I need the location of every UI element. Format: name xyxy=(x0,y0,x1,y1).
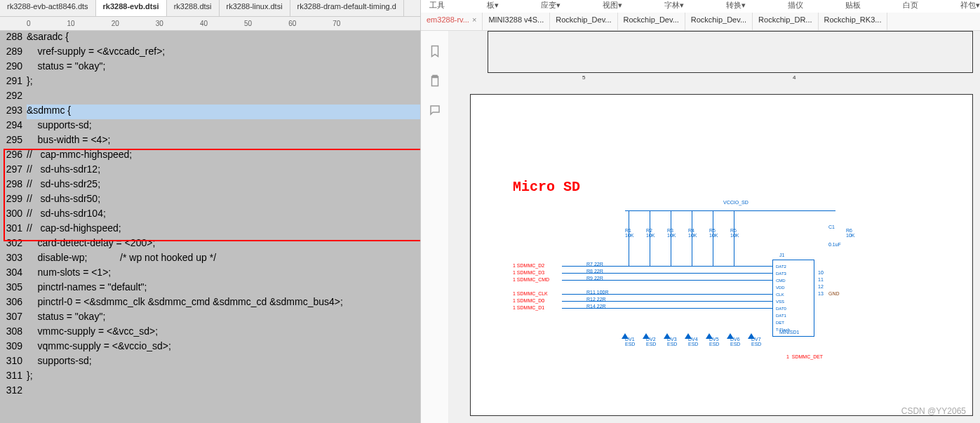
code-line-311[interactable]: 311}; xyxy=(0,370,420,384)
line-number: 289 xyxy=(0,46,27,60)
line-text: card-detect-delay = <200>; xyxy=(27,237,420,252)
net-SDMMC_CLK: 1 SDMMC_CLK xyxy=(513,291,548,296)
line-text xyxy=(27,90,420,105)
line-text: supports-sd; xyxy=(27,355,420,370)
pullup-R4: R410K xyxy=(688,228,702,238)
cap-val: 0.1uF xyxy=(828,242,841,247)
menu-item-0[interactable]: 工具 xyxy=(429,0,445,13)
menu-item-4[interactable]: 字林▾ xyxy=(664,0,684,13)
editor-ruler: 010203040506070 xyxy=(0,17,420,31)
close-icon[interactable]: × xyxy=(472,15,476,24)
line-text: &sdmmc { xyxy=(27,105,420,119)
frame-num-4: 4 xyxy=(793,74,796,81)
menu-item-7[interactable]: 贴板 xyxy=(845,0,861,13)
pdf-tab-1[interactable]: MINI3288 v4S... xyxy=(483,13,550,30)
code-line-295[interactable]: 295 bus-width = <4>; xyxy=(0,134,420,149)
code-line-304[interactable]: 304 num-slots = <1>; xyxy=(0,267,420,281)
line-text: pinctrl-names = "default"; xyxy=(27,281,420,296)
ruler-mark: 50 xyxy=(244,20,252,27)
code-line-297[interactable]: 297// sd-uhs-sdr12; xyxy=(0,163,420,178)
line-text: bus-width = <4>; xyxy=(27,134,420,149)
menu-item-9[interactable]: 祥包▾ xyxy=(960,0,980,13)
resistor-R11: R11 100R xyxy=(586,290,609,295)
pdf-content[interactable]: 5 4 Micro SD VCCIO_SD 1 SDMMC_D21 SDMMC_… xyxy=(449,31,980,423)
bookmark-icon[interactable] xyxy=(429,45,441,58)
menu-item-5[interactable]: 转换▾ xyxy=(726,0,746,13)
chat-icon[interactable] xyxy=(429,104,441,116)
pdf-tab-4[interactable]: Rockchip_Dev... xyxy=(685,13,753,30)
code-line-305[interactable]: 305 pinctrl-names = "default"; xyxy=(0,281,420,296)
code-line-289[interactable]: 289 vref-supply = <&vccadc_ref>; xyxy=(0,46,420,60)
pdf-tab-5[interactable]: Rockchip_DR... xyxy=(753,13,818,30)
code-line-302[interactable]: 302 card-detect-delay = <200>; xyxy=(0,237,420,252)
code-line-300[interactable]: 300// sd-uhs-sdr104; xyxy=(0,208,420,222)
ruler-mark: 30 xyxy=(156,20,163,27)
esd-symbol xyxy=(748,333,755,339)
wire xyxy=(629,210,629,267)
pullup-R1: R110K xyxy=(625,228,639,238)
pin-DAT3: DAT3 xyxy=(776,270,811,277)
code-line-310[interactable]: 310 supports-sd; xyxy=(0,355,420,370)
clipboard-icon[interactable] xyxy=(429,74,441,87)
code-line-299[interactable]: 299// sd-uhs-sdr50; xyxy=(0,193,420,208)
wire xyxy=(713,210,713,267)
line-number: 308 xyxy=(0,325,27,340)
code-line-294[interactable]: 294 supports-sd; xyxy=(0,119,420,134)
cap-ref: C1 xyxy=(828,224,835,229)
code-line-298[interactable]: 298// sd-uhs-sdr25; xyxy=(0,178,420,193)
pdf-tab-6[interactable]: Rockchip_RK3... xyxy=(819,13,888,30)
pdf-tab-3[interactable]: Rockchip_Dev... xyxy=(618,13,685,30)
code-line-290[interactable]: 290 status = "okay"; xyxy=(0,60,420,75)
line-text: vref-supply = <&vccadc_ref>; xyxy=(27,46,420,60)
editor-tab-4[interactable]: rk3288-dram-default-timing.d xyxy=(290,0,404,16)
code-line-307[interactable]: 307 status = "okay"; xyxy=(0,311,420,325)
editor-tab-2[interactable]: rk3288.dtsi xyxy=(167,0,220,16)
menu-item-6[interactable]: 描仪 xyxy=(788,0,803,13)
menu-item-1[interactable]: 板▾ xyxy=(487,0,499,13)
code-line-288[interactable]: 288&saradc { xyxy=(0,31,420,46)
resistor-R8: R8 22R xyxy=(586,269,603,274)
code-line-296[interactable]: 296// cap-mmc-highspeed; xyxy=(0,149,420,163)
editor-tab-1[interactable]: rk3288-evb.dtsi xyxy=(96,0,167,16)
code-line-292[interactable]: 292 xyxy=(0,90,420,105)
pin-CLK: CLK xyxy=(776,291,811,298)
menu-item-3[interactable]: 视图▾ xyxy=(603,0,622,13)
pdf-body: ▶ 5 4 Micro SD VCCIO_SD 1 SDMMC_D21 SDMM… xyxy=(421,31,980,423)
esd-symbol xyxy=(643,333,650,339)
pin-right-12: 12 xyxy=(818,284,824,289)
power-label: VCCIO_SD xyxy=(723,200,749,205)
code-area[interactable]: 288&saradc {289 vref-supply = <&vccadc_r… xyxy=(0,31,420,423)
code-line-303[interactable]: 303 disable-wp; /* wp not hooked up */ xyxy=(0,252,420,267)
code-line-312[interactable]: 312 xyxy=(0,384,420,399)
code-line-301[interactable]: 301// cap-sd-highspeed; xyxy=(0,222,420,237)
line-number: 306 xyxy=(0,296,27,311)
pullup-R6-far: R610K xyxy=(846,228,854,238)
code-line-309[interactable]: 309 vqmmc-supply = <&vccio_sd>; xyxy=(0,340,420,355)
pin-VSS: VSS xyxy=(776,298,811,305)
editor-tab-3[interactable]: rk3288-linux.dtsi xyxy=(220,0,290,16)
code-line-308[interactable]: 308 vmmc-supply = <&vcc_sd>; xyxy=(0,325,420,340)
conn-ref: J1 xyxy=(779,253,784,257)
line-number: 290 xyxy=(0,60,27,75)
line-text: // sd-uhs-sdr50; xyxy=(27,193,420,208)
conn-desig: MINISD1 xyxy=(779,330,799,335)
line-number: 299 xyxy=(0,193,27,208)
code-line-306[interactable]: 306 pinctrl-0 = <&sdmmc_clk &sdmmc_cmd &… xyxy=(0,296,420,311)
menu-item-8[interactable]: 白页 xyxy=(903,0,918,13)
pdf-tab-0[interactable]: em3288-rv...× xyxy=(421,13,483,30)
pdf-tab-2[interactable]: Rockchip_Dev... xyxy=(550,13,617,30)
line-number: 312 xyxy=(0,384,27,399)
code-line-291[interactable]: 291}; xyxy=(0,75,420,90)
code-line-293[interactable]: 293&sdmmc { xyxy=(0,105,420,119)
line-number: 293 xyxy=(0,105,27,119)
resistor-R7: R7 22R xyxy=(586,262,603,267)
pin-DAT0: DAT0 xyxy=(776,305,811,312)
menu-item-2[interactable]: 应变▾ xyxy=(541,0,561,13)
wire xyxy=(734,210,734,267)
line-number: 295 xyxy=(0,134,27,149)
line-text: vqmmc-supply = <&vccio_sd>; xyxy=(27,340,420,355)
resistor-R12: R12 22R xyxy=(586,297,606,302)
editor-tab-0[interactable]: rk3288-evb-act8846.dts xyxy=(0,0,96,16)
line-number: 305 xyxy=(0,281,27,296)
line-number: 310 xyxy=(0,355,27,370)
